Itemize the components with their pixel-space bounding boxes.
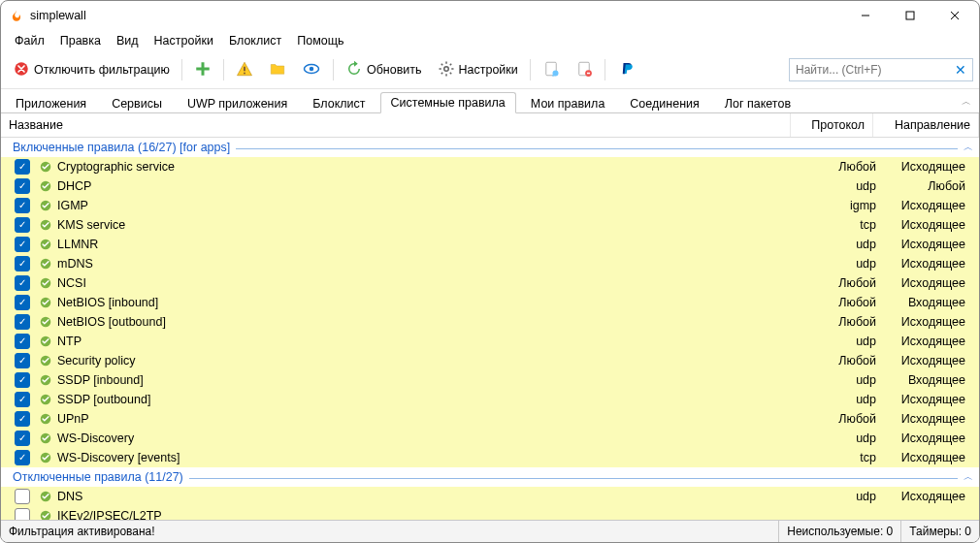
rule-checkbox[interactable]: ✓ [1,275,36,291]
disable-filter-button[interactable]: Отключить фильтрацию [7,57,176,83]
rule-row[interactable]: ✓ UPnP Любой Исходящее [1,409,979,429]
close-button[interactable] [932,1,977,30]
rule-protocol: igmp [810,199,876,212]
rule-row[interactable]: IKEv2/IPSEC/L2TP [1,506,979,520]
rule-row[interactable]: ✓ NTP udp Исходящее [1,332,979,351]
window-controls [843,1,977,30]
paypal-icon [617,60,638,80]
refresh-button[interactable]: Обновить [340,57,428,83]
tab-uwp[interactable]: UWP приложения [177,93,298,113]
rule-direction: Исходящее [876,451,979,464]
rule-name: Security policy [57,354,810,367]
menu-file[interactable]: Файл [7,32,52,49]
rule-row[interactable]: ✓ Security policy Любой Исходящее [1,351,979,370]
tab-my-rules[interactable]: Мои правила [520,93,616,113]
group-label: Включенные правила (16/27) [for apps] [13,141,230,154]
minimize-button[interactable] [843,1,888,30]
tab-services[interactable]: Сервисы [101,93,173,113]
rule-checkbox[interactable]: ✓ [1,237,36,252]
toolbar-separator [530,59,531,80]
rule-name: NetBIOS [inbound] [57,296,810,309]
rule-name: NetBIOS [outbound] [57,315,810,329]
warning-button[interactable] [230,57,259,83]
menu-help[interactable]: Помощь [289,32,351,49]
rule-checkbox[interactable]: ✓ [1,198,36,213]
rule-row[interactable]: ✓ NCSI Любой Исходящее [1,273,979,293]
rule-row[interactable]: ✓ KMS service tcp Исходящее [1,215,979,235]
rule-row[interactable]: ✓ SSDP [outbound] udp Исходящее [1,390,979,409]
group-header-enabled[interactable]: Включенные правила (16/27) [for apps] ︿ [1,138,979,157]
rule-checkbox[interactable]: ✓ [1,314,36,330]
col-protocol[interactable]: Протокол [791,113,873,137]
svg-point-10 [310,66,314,71]
maximize-button[interactable] [888,1,932,30]
log-button[interactable] [537,57,566,83]
rule-checkbox[interactable]: ✓ [1,431,36,446]
chevron-up-icon[interactable]: ︿ [964,141,979,154]
rule-direction: Исходящее [876,257,979,271]
check-circle-icon [38,256,53,272]
tab-system-rules[interactable]: Системные правила [380,92,516,113]
tab-blocklist[interactable]: Блоклист [302,93,376,113]
eye-icon [302,60,321,80]
rule-row[interactable]: ✓ LLMNR udp Исходящее [1,235,979,254]
rule-checkbox[interactable]: ✓ [1,217,36,233]
group-header-disabled[interactable]: Отключенные правила (11/27) ︿ [1,467,979,487]
check-circle-icon [38,217,53,233]
rule-row[interactable]: ✓ SSDP [inbound] udp Входящее [1,370,979,390]
col-direction[interactable]: Направление [873,113,979,137]
rule-row[interactable]: ✓ NetBIOS [inbound] Любой Входящее [1,293,979,312]
clear-search-icon[interactable]: ✕ [953,62,968,78]
menu-edit[interactable]: Правка [52,32,109,49]
col-name[interactable]: Название [1,113,791,137]
tab-connections[interactable]: Соединения [619,93,709,113]
rule-checkbox[interactable]: ✓ [1,392,36,407]
eye-button[interactable] [296,57,327,83]
rule-name: DNS [57,490,810,503]
check-circle-icon [38,450,53,465]
rule-checkbox[interactable]: ✓ [1,178,36,194]
rule-row[interactable]: ✓ DHCP udp Любой [1,176,979,196]
check-circle-icon [38,159,53,175]
rule-checkbox[interactable]: ✓ [1,159,36,175]
menu-settings[interactable]: Настройки [147,32,221,49]
search-input[interactable] [794,62,953,78]
check-circle-icon [38,237,53,252]
rule-checkbox[interactable]: ✓ [1,372,36,388]
rules-list[interactable]: Включенные правила (16/27) [for apps] ︿ … [1,138,979,520]
rule-checkbox[interactable]: ✓ [1,411,36,427]
settings-button[interactable]: Настройки [432,57,524,83]
menu-blocklist[interactable]: Блоклист [221,32,289,49]
chevron-up-icon[interactable]: ︿ [964,470,979,484]
status-main: Фильтрация активирована! [1,521,779,542]
check-circle-icon [38,508,53,520]
rule-checkbox[interactable]: ✓ [1,334,36,349]
rule-name: WS-Discovery [events] [57,451,810,464]
rule-checkbox[interactable] [1,508,36,520]
rule-row[interactable]: ✓ NetBIOS [outbound] Любой Исходящее [1,312,979,332]
rule-checkbox[interactable]: ✓ [1,295,36,310]
rule-checkbox[interactable] [1,489,36,504]
rule-name: IGMP [57,199,810,212]
svg-rect-8 [244,72,245,74]
folder-button[interactable] [263,57,292,83]
tab-packet-log[interactable]: Лог пакетов [714,93,801,113]
rule-row[interactable]: ✓ WS-Discovery udp Исходящее [1,429,979,448]
rule-protocol: Любой [810,276,876,290]
add-button[interactable] [188,57,217,83]
rule-direction: Входящее [876,296,979,309]
rule-row[interactable]: ✓ IGMP igmp Исходящее [1,196,979,215]
rule-row[interactable]: ✓ Cryptographic service Любой Исходящее [1,157,979,176]
rule-checkbox[interactable]: ✓ [1,353,36,368]
rule-checkbox[interactable]: ✓ [1,256,36,272]
rule-row[interactable]: ✓ WS-Discovery [events] tcp Исходящее [1,448,979,467]
log-clear-button[interactable] [570,57,599,83]
tab-apps[interactable]: Приложения [5,93,97,113]
group-line [236,148,958,149]
chevron-up-icon[interactable]: ︿ [962,95,971,109]
rule-checkbox[interactable]: ✓ [1,450,36,465]
donate-button[interactable] [611,57,644,83]
menu-view[interactable]: Вид [109,32,147,49]
rule-row[interactable]: DNS udp Исходящее [1,487,979,506]
rule-row[interactable]: ✓ mDNS udp Исходящее [1,254,979,273]
